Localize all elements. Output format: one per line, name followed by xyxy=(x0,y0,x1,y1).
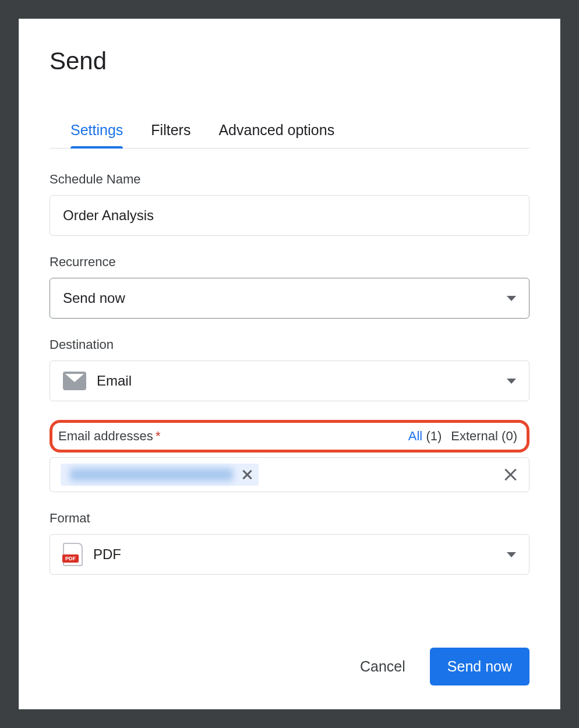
format-field: Format PDF xyxy=(50,511,529,575)
destination-select[interactable]: Email xyxy=(50,361,529,401)
format-select[interactable]: PDF xyxy=(50,534,529,575)
destination-field: Destination Email xyxy=(50,337,529,401)
redacted-email-text xyxy=(70,468,233,481)
chevron-down-icon xyxy=(507,552,516,557)
recurrence-select[interactable]: Send now xyxy=(50,278,529,319)
tab-advanced-options[interactable]: Advanced options xyxy=(218,122,334,148)
email-addresses-highlight: Email addresses * All (1) External (0) xyxy=(50,420,529,453)
email-filter-external[interactable]: External (0) xyxy=(451,429,517,444)
remove-chip-icon[interactable] xyxy=(241,469,253,480)
email-filter-all[interactable]: All (1) xyxy=(408,429,442,444)
chevron-down-icon xyxy=(507,296,516,301)
cancel-button[interactable]: Cancel xyxy=(356,658,409,676)
destination-label: Destination xyxy=(50,337,529,352)
format-label: Format xyxy=(50,511,529,526)
tab-bar: Settings Filters Advanced options xyxy=(50,122,529,149)
schedule-name-field: Schedule Name xyxy=(50,172,529,236)
dialog-title: Send xyxy=(50,47,529,75)
clear-all-icon[interactable] xyxy=(503,467,518,482)
dialog-footer: Cancel Send now xyxy=(50,624,529,685)
pdf-icon xyxy=(63,543,83,566)
schedule-name-input[interactable] xyxy=(50,195,529,236)
required-asterisk: * xyxy=(156,429,161,443)
email-filter-toggle: All (1) External (0) xyxy=(408,429,517,444)
send-dialog: Send Settings Filters Advanced options S… xyxy=(19,19,560,709)
email-chip xyxy=(61,464,259,486)
recurrence-field: Recurrence Send now xyxy=(50,255,529,319)
tab-settings[interactable]: Settings xyxy=(70,122,123,148)
email-addresses-input[interactable] xyxy=(50,457,529,492)
email-addresses-label: Email addresses xyxy=(58,429,153,443)
destination-value: Email xyxy=(97,373,132,389)
schedule-name-label: Schedule Name xyxy=(50,172,529,187)
recurrence-value: Send now xyxy=(63,290,125,306)
send-now-button[interactable]: Send now xyxy=(430,648,529,685)
email-icon xyxy=(63,372,86,390)
chevron-down-icon xyxy=(507,379,516,384)
tab-filters[interactable]: Filters xyxy=(151,122,190,148)
format-value: PDF xyxy=(93,546,121,563)
recurrence-label: Recurrence xyxy=(50,255,529,270)
